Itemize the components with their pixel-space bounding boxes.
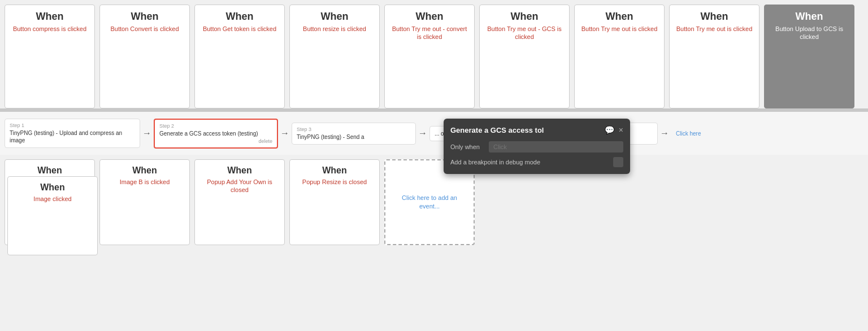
event-text-7: Button Try me out is clicked	[676, 25, 753, 33]
when-label-2: When	[226, 11, 254, 23]
event-text-6: Button Try me out is clicked	[581, 25, 658, 33]
card-image-clicked[interactable]: When Image clicked	[7, 176, 98, 255]
card-upload-gcs[interactable]: When Button Upload to GCS is clicked	[764, 5, 854, 108]
image-clicked-text: Image clicked	[33, 195, 71, 203]
popup-dialog: Generate a GCS access tol 💬 × Only when …	[444, 119, 630, 174]
card-image-b[interactable]: When Image B is clicked	[99, 159, 190, 245]
workflow-step-2[interactable]: Step 2 Generate a GCS access token (test…	[154, 119, 278, 149]
click-here-step[interactable]: Click here	[671, 127, 717, 141]
card-popup-addyourown[interactable]: When Popup Add Your Own is closed	[194, 159, 285, 245]
breakpoint-label: Add a breakpoint in debug mode	[450, 159, 540, 166]
event-text-2: Button Get token is clicked	[203, 25, 276, 33]
card-gettoken[interactable]: When Button Get token is clicked	[194, 5, 285, 108]
only-when-label: Only when	[450, 143, 484, 150]
arrow-2: →	[278, 128, 292, 138]
step2-delete[interactable]: delete	[159, 138, 272, 144]
popup-resize-text: Popup Resize is closed	[302, 178, 367, 186]
card-popup-resize[interactable]: When Popup Resize is closed	[289, 159, 380, 245]
top-cards-row: When Button compress is clicked When But…	[0, 0, 868, 108]
arrow-1: →	[140, 128, 154, 138]
when-label-5: When	[511, 11, 539, 23]
card-convert[interactable]: When Button Convert is clicked	[99, 5, 190, 108]
event-text-4: Button Try me out - convert is clicked	[390, 25, 468, 41]
step3-num: Step 3	[297, 127, 411, 132]
step3-title: TinyPNG (testing) - Send a	[297, 133, 411, 141]
step2-num: Step 2	[159, 123, 272, 129]
when-label-3: When	[321, 11, 349, 23]
breakpoint-toggle[interactable]	[613, 157, 623, 167]
bottom-cards-row: When Image clicked When Image A is click…	[0, 155, 868, 245]
event-text-3: Button resize is clicked	[303, 25, 366, 33]
popup-header: Generate a GCS access tol 💬 ×	[450, 125, 623, 134]
card-resize[interactable]: When Button resize is clicked	[289, 5, 380, 108]
popup-title: Generate a GCS access tol	[450, 126, 544, 134]
card-tryme-out2[interactable]: When Button Try me out is clicked	[669, 5, 760, 108]
step1-title: TinyPNG (testing) - Upload and compress …	[10, 129, 135, 144]
when-label-8: When	[796, 11, 823, 23]
popup-only-when-row: Only when	[450, 141, 623, 153]
popup-addyourown-when: When	[227, 166, 252, 176]
popup-breakpoint-row: Add a breakpoint in debug mode	[450, 157, 623, 167]
when-label-6: When	[606, 11, 633, 23]
comment-icon[interactable]: 💬	[605, 125, 614, 134]
when-label-1: When	[131, 11, 159, 23]
step2-title: Generate a GCS access token (testing)	[159, 130, 272, 137]
image-clicked-when: When	[40, 182, 65, 193]
workflow-step-1[interactable]: Step 1 TinyPNG (testing) - Upload and co…	[5, 119, 140, 148]
event-text-8: Button Upload to GCS is clicked	[770, 25, 848, 41]
popup-icons: 💬 ×	[605, 125, 623, 134]
when-label-7: When	[701, 11, 728, 23]
step1-num: Step 1	[10, 123, 135, 128]
card-compress[interactable]: When Button compress is clicked	[5, 5, 95, 108]
click-here-text: Click here	[676, 130, 712, 137]
workflow-row: Step 1 TinyPNG (testing) - Upload and co…	[0, 112, 868, 155]
popup-resize-when: When	[322, 166, 347, 176]
close-icon[interactable]: ×	[619, 125, 623, 134]
image-b-text: Image B is clicked	[120, 178, 170, 186]
workflow-step-3[interactable]: Step 3 TinyPNG (testing) - Send a	[292, 123, 416, 145]
card-tryme-gcs[interactable]: When Button Try me out - GCS is clicked	[479, 5, 570, 108]
event-text-5: Button Try me out - GCS is clicked	[485, 25, 563, 41]
image-b-when: When	[132, 166, 157, 176]
when-label-0: When	[36, 11, 64, 23]
arrow-3: →	[416, 128, 429, 138]
popup-addyourown-text: Popup Add Your Own is closed	[201, 178, 279, 194]
event-text-0: Button compress is clicked	[13, 25, 86, 33]
card-tryme-out1[interactable]: When Button Try me out is clicked	[574, 5, 665, 108]
image-a-when: When	[37, 166, 62, 176]
card-tryme-convert[interactable]: When Button Try me out - convert is clic…	[384, 5, 475, 108]
only-when-input[interactable]	[489, 141, 623, 153]
event-text-1: Button Convert is clicked	[110, 25, 179, 33]
add-event-text: Click here to add an event...	[391, 194, 468, 211]
when-label-4: When	[416, 11, 444, 23]
arrow-5: →	[658, 128, 671, 138]
